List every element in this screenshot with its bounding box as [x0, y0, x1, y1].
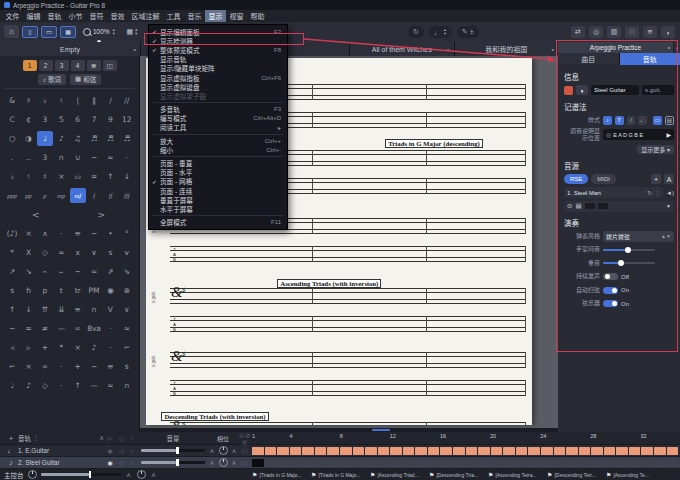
palette-symbol-button[interactable]: ♬ — [119, 131, 135, 146]
track-1-visibility-icon[interactable]: ◉ — [104, 447, 116, 454]
timeline-bar-cell[interactable] — [654, 459, 666, 467]
palette-symbol-button[interactable]: ≈ — [86, 264, 102, 279]
timeline-bar-cell[interactable] — [667, 459, 679, 467]
timeline-bar-cell[interactable] — [604, 459, 616, 467]
track-row-1[interactable]: ♩ 1. E.Guitar ◉ ◁ ∩ A A ||| — [0, 444, 680, 456]
palette-symbol-button[interactable]: mp — [53, 188, 69, 203]
timeline-bar-cell[interactable] — [265, 447, 277, 455]
follow-icon[interactable]: ⊨ — [104, 435, 116, 442]
timeline-bar-cell[interactable] — [365, 459, 377, 467]
timeline-bar-cell[interactable] — [290, 447, 302, 455]
timeline-bar-cell[interactable] — [415, 459, 427, 467]
section-marker-4[interactable]: ⚑[Descending Tria... — [429, 471, 488, 478]
palette-symbol-button[interactable]: t — [53, 283, 69, 298]
palette-symbol-button[interactable]: mf — [70, 188, 86, 203]
palette-symbol-button[interactable]: | — [70, 93, 86, 108]
timeline-bar-cell[interactable] — [466, 459, 478, 467]
menubar-item-6[interactable]: 音效 — [107, 10, 128, 22]
timeline-bar-cell[interactable] — [403, 459, 415, 467]
voice-mode-icon-2[interactable]: ◫ — [103, 60, 117, 71]
menubar-item-1[interactable]: 文件 — [2, 10, 23, 22]
palette-symbol-button[interactable]: ⇊ — [53, 302, 69, 317]
track-2-timeline[interactable] — [252, 459, 678, 467]
menubar-item-4[interactable]: 小节 — [65, 10, 86, 22]
timeline-bar-cell[interactable] — [378, 447, 390, 455]
section-marker-1[interactable]: ⚑[Triads in G Majo... — [252, 471, 311, 478]
palette-symbol-button[interactable]: 8va — [86, 321, 102, 336]
menubar-item-11[interactable]: 视窗 — [226, 10, 247, 22]
page-horizontal-button[interactable]: ▭ — [41, 26, 57, 38]
palette-symbol-button[interactable]: ◇ — [37, 245, 53, 260]
timeline-bar-cell[interactable] — [302, 447, 314, 455]
timeline-bar-cell[interactable] — [604, 447, 616, 455]
timeline-bar-cell[interactable] — [428, 447, 440, 455]
section-marker-7[interactable]: ⚑[Ascending Te... — [606, 471, 665, 478]
palette-symbol-button[interactable]: tr — [70, 283, 86, 298]
timeline-bar-cell[interactable] — [340, 459, 352, 467]
palette-symbol-button[interactable]: ⌐ — [119, 340, 135, 355]
timeline-bar-cell[interactable] — [503, 459, 515, 467]
palette-symbol-button[interactable]: ≈ — [119, 321, 135, 336]
timeline-bar-cell[interactable] — [378, 459, 390, 467]
voice-1-button[interactable]: 1 — [23, 60, 37, 71]
score-scrollbar-thumb[interactable] — [372, 429, 390, 431]
palette-symbol-button[interactable]: ⇈ — [37, 302, 53, 317]
track-1-timeline[interactable] — [252, 447, 678, 455]
timeline-bar-cell[interactable] — [440, 447, 452, 455]
palette-symbol-button[interactable]: ∩ — [119, 378, 135, 393]
timeline-bar-cell[interactable] — [528, 447, 540, 455]
mixer-icon[interactable]: ▥ — [607, 26, 621, 38]
timeline-bar-cell[interactable] — [353, 459, 365, 467]
timeline-bar-cell[interactable] — [252, 459, 264, 467]
palette-symbol-button[interactable]: . — [4, 150, 20, 165]
track-row-2[interactable]: ♪ 2. Steel Guitar ◉ ◁ ∩ A A ||| — [0, 456, 680, 468]
timeline-bar-cell[interactable] — [327, 447, 339, 455]
document-tab-4[interactable]: All of them Witches• — [350, 42, 454, 56]
palette-symbol-button[interactable]: C — [4, 112, 20, 127]
timeline-bar-cell[interactable] — [340, 447, 352, 455]
zoom-stepper[interactable]: ▲▼ — [112, 28, 116, 36]
palette-symbol-button[interactable]: ~ — [86, 150, 102, 165]
menubar-item-7[interactable]: 区域注解 — [128, 10, 163, 22]
timeline-bar-cell[interactable] — [641, 459, 653, 467]
palette-symbol-button[interactable]: ♫ — [70, 131, 86, 146]
track-1-pan-knob[interactable] — [219, 446, 228, 455]
palette-symbol-button[interactable]: 6 — [70, 112, 86, 127]
menubar-item-8[interactable]: 工具 — [163, 10, 184, 22]
view-menu-item-24[interactable]: 全屏模式F11 — [149, 218, 287, 227]
palette-symbol-button[interactable]: ≡ — [102, 359, 118, 374]
palette-symbol-button[interactable]: ♯ — [20, 93, 36, 108]
track-2-name[interactable]: 2. Steel Guitar — [18, 459, 104, 466]
palette-symbol-button[interactable]: ≡ — [70, 302, 86, 317]
palette-symbol-button[interactable]: ∞ — [37, 359, 53, 374]
view-menu-item-15[interactable]: 缩小Ctrl+- — [149, 145, 287, 154]
palette-symbol-button[interactable]: p — [37, 283, 53, 298]
palette-symbol-button[interactable]: ♭ — [37, 93, 53, 108]
tracks-menu-icon[interactable]: ⋮ — [33, 434, 40, 442]
palette-symbol-button[interactable]: ♭♭ — [70, 169, 86, 184]
palette-symbol-button[interactable]: ◉ — [102, 283, 118, 298]
edit-pencil-button[interactable]: ✎ ± — [457, 26, 479, 38]
timeline-bar-cell[interactable] — [440, 459, 452, 467]
palette-symbol-button[interactable]: f — [86, 188, 102, 203]
page-grid-button[interactable]: ▦ — [60, 26, 76, 38]
palette-symbol-button[interactable]: ♩ — [4, 378, 20, 393]
menubar-item-2[interactable]: 编辑 — [23, 10, 44, 22]
timeline-bar-cell[interactable] — [491, 459, 503, 467]
palette-symbol-button[interactable]: ↘ — [20, 264, 36, 279]
palette-symbol-button[interactable]: × — [53, 169, 69, 184]
bar-number-ruler[interactable]: 148121620242832 — [252, 432, 678, 444]
timeline-bar-cell[interactable] — [390, 447, 402, 455]
palette-symbol-button[interactable]: + — [37, 340, 53, 355]
timeline-bar-cell[interactable] — [302, 459, 314, 467]
palette-symbol-button[interactable]: 9 — [102, 112, 118, 127]
keyboard-icon[interactable]: ▤ — [625, 26, 639, 38]
palette-symbol-button[interactable]: ∩ — [53, 150, 69, 165]
palette-symbol-button[interactable]: ♭ — [4, 169, 20, 184]
palette-symbol-button[interactable]: s — [4, 283, 20, 298]
palette-symbol-button[interactable]: × — [20, 359, 36, 374]
palette-symbol-button[interactable]: ↑ — [4, 302, 20, 317]
palette-symbol-button[interactable]: ∩ — [86, 302, 102, 317]
timeline-bar-cell[interactable] — [466, 447, 478, 455]
timeline-bar-cell[interactable] — [629, 447, 641, 455]
